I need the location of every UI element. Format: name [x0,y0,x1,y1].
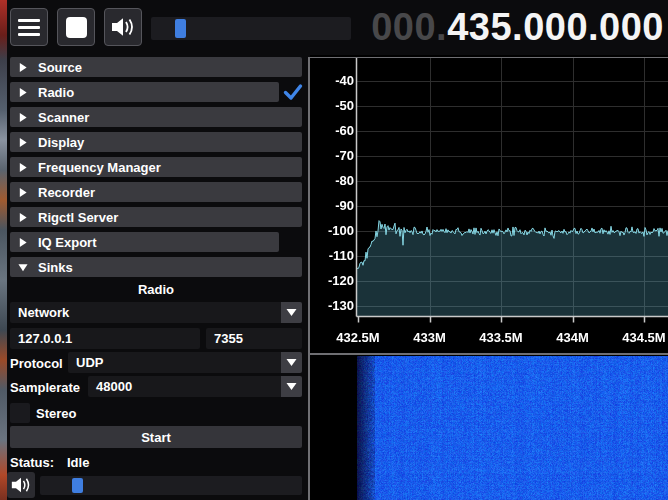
fft-y-tick-label: -80 [310,173,354,188]
fft-y-tick-label: -100 [310,223,354,238]
start-button[interactable]: Start [10,426,302,448]
samplerate-select-value: 48000 [88,379,132,394]
sink-volume-slider[interactable] [40,476,302,495]
samplerate-label: Samplerate [10,380,80,395]
triangle-right-icon [18,187,28,198]
triangle-right-icon [18,212,28,223]
fft-y-tick-label: -110 [310,248,354,263]
top-toolbar: 000.435.000.000 [7,0,668,55]
frequency-dim-digits: 000. [371,6,447,48]
status-value: Idle [67,455,89,470]
sidebar-item-rigctl-server[interactable]: Rigctl Server [10,207,302,227]
sidebar-item-sinks[interactable]: Sinks [10,257,302,277]
triangle-right-icon [18,137,28,148]
hamburger-icon [18,19,40,36]
triangle-right-icon [18,162,28,173]
sidebar-item-label: Source [38,60,82,75]
protocol-select[interactable]: UDP [68,352,302,373]
fft-y-tick-label: -90 [310,198,354,213]
stereo-checkbox[interactable] [10,403,30,423]
sidebar-item-label: Display [38,135,84,150]
sidebar-item-label: Radio [38,85,74,100]
sidebar-item-radio[interactable]: Radio [10,82,279,102]
chevron-down-icon [286,358,297,367]
fft-x-tick-label: 433M [400,330,460,345]
module-sidebar: SourceRadioScannerDisplayFrequency Manag… [7,55,305,500]
sink-title: Radio [7,282,305,297]
triangle-right-icon [18,87,28,98]
master-volume-slider[interactable] [151,17,351,40]
waterfall-canvas[interactable] [357,356,668,500]
network-select-value: Network [10,305,69,320]
triangle-down-icon [18,262,28,273]
sidebar-item-frequency-manager[interactable]: Frequency Manager [10,157,302,177]
status-label: Status: [10,455,54,470]
stop-button[interactable] [57,8,95,46]
stereo-label: Stereo [36,406,76,421]
protocol-label: Protocol [10,356,63,371]
fft-x-tick-label: 434M [543,330,603,345]
sidebar-item-label: Rigctl Server [38,210,118,225]
chevron-down-icon [286,308,297,317]
sidebar-item-label: Frequency Manager [38,160,161,175]
module-enabled-checkbox[interactable] [283,83,303,101]
fft-y-tick-label: -40 [310,73,354,88]
sidebar-item-label: Sinks [38,260,73,275]
triangle-right-icon [18,112,28,123]
sink-volume-handle[interactable] [72,478,83,493]
network-select[interactable]: Network [10,302,302,323]
menu-button[interactable] [10,8,48,46]
sidebar-item-label: Recorder [38,185,95,200]
desktop-background-strip [0,0,7,500]
fft-y-tick-label: -70 [310,148,354,163]
triangle-right-icon [18,62,28,73]
sidebar-item-iq-export[interactable]: IQ Export [10,232,279,252]
mute-button[interactable] [104,8,142,46]
fft-x-tick-label: 433.5M [471,330,531,345]
sidebar-item-label: Scanner [38,110,89,125]
sdrpp-window: 000.435.000.000 SourceRadioScannerDispla… [0,0,668,500]
check-icon [283,83,303,101]
port-input[interactable] [206,328,302,349]
fft-y-tick-label: -120 [310,273,354,288]
speaker-icon [10,475,32,495]
sidebar-item-display[interactable]: Display [10,132,302,152]
samplerate-dropdown-arrow[interactable] [281,376,302,397]
speaker-icon [110,15,136,39]
fft-x-tick-label: 434.5M [614,330,668,345]
fft-waterfall-divider[interactable] [310,353,668,355]
host-input[interactable] [10,328,200,349]
network-dropdown-arrow[interactable] [281,302,302,323]
chevron-down-icon [286,382,297,391]
app-root: 000.435.000.000 SourceRadioScannerDispla… [7,0,668,500]
fft-y-tick-label: -60 [310,123,354,138]
triangle-right-icon [18,237,28,248]
fft-x-tick-label: 432.5M [328,330,388,345]
fft-y-tick-label: -130 [310,298,354,313]
samplerate-select[interactable]: 48000 [88,376,302,397]
sidebar-item-source[interactable]: Source [10,57,302,77]
frequency-active-digits: 435.000.000 [447,6,664,48]
fft-y-tick-label: -50 [310,98,354,113]
fft-plot-canvas[interactable] [310,57,668,355]
sidebar-item-label: IQ Export [38,235,97,250]
protocol-dropdown-arrow[interactable] [281,352,302,373]
master-volume-handle[interactable] [175,19,186,38]
sidebar-item-scanner[interactable]: Scanner [10,107,302,127]
sidebar-item-recorder[interactable]: Recorder [10,182,302,202]
sink-mute-button[interactable] [7,472,35,498]
protocol-select-value: UDP [68,355,103,370]
frequency-display[interactable]: 000.435.000.000 [371,2,664,52]
stop-icon [66,17,87,38]
spectrum-display: -40-50-60-70-80-90-100-110-120-130 432.5… [310,55,668,500]
